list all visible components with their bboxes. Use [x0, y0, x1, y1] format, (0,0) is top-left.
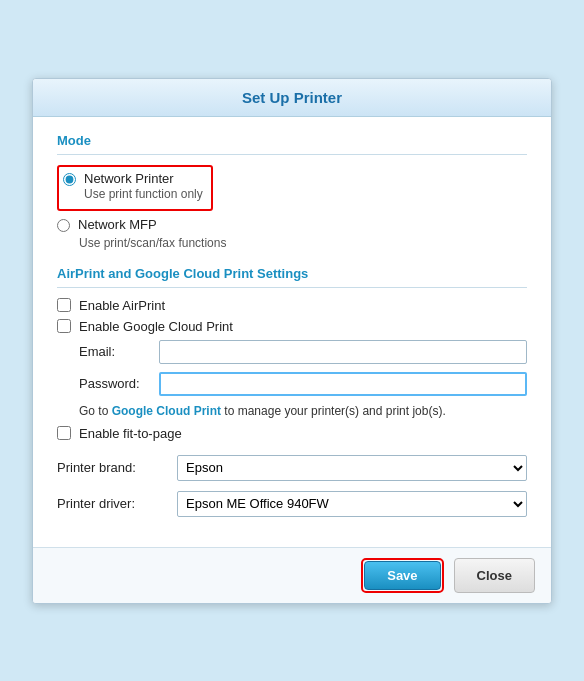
printer-driver-label: Printer driver:: [57, 496, 177, 511]
setup-printer-dialog: Set Up Printer Mode Network Printer Use …: [32, 78, 552, 604]
dialog-body: Mode Network Printer Use print function …: [33, 117, 551, 547]
enable-airprint-row[interactable]: Enable AirPrint: [57, 298, 527, 313]
enable-google-cloud-print-row[interactable]: Enable Google Cloud Print: [57, 319, 527, 334]
cloud-print-note: Go to Google Cloud Print to manage your …: [57, 404, 527, 418]
network-printer-option-box: Network Printer Use print function only: [57, 165, 213, 211]
email-input[interactable]: [159, 340, 527, 364]
enable-fit-to-page-label: Enable fit-to-page: [79, 426, 182, 441]
printer-brand-label: Printer brand:: [57, 460, 177, 475]
mode-divider: [57, 154, 527, 155]
network-printer-sublabel: Use print function only: [84, 187, 203, 201]
save-button-wrapper: Save: [361, 558, 443, 593]
printer-brand-row: Printer brand: Epson HP Canon Brother: [57, 455, 527, 481]
enable-google-cloud-print-checkbox[interactable]: [57, 319, 71, 333]
enable-airprint-checkbox[interactable]: [57, 298, 71, 312]
printer-settings-section: Printer brand: Epson HP Canon Brother Pr…: [57, 455, 527, 517]
enable-fit-to-page-row[interactable]: Enable fit-to-page: [57, 426, 527, 441]
email-row: Email:: [57, 340, 527, 364]
google-cloud-print-link[interactable]: Google Cloud Print: [112, 404, 221, 418]
network-mfp-label: Network MFP: [78, 217, 157, 232]
enable-google-cloud-print-label: Enable Google Cloud Print: [79, 319, 233, 334]
dialog-title: Set Up Printer: [33, 79, 551, 117]
printer-brand-select[interactable]: Epson HP Canon Brother: [177, 455, 527, 481]
mode-section: Mode Network Printer Use print function …: [57, 133, 527, 250]
mode-section-title: Mode: [57, 133, 527, 148]
airprint-divider: [57, 287, 527, 288]
network-mfp-option[interactable]: Network MFP: [57, 217, 527, 232]
save-button[interactable]: Save: [364, 561, 440, 590]
email-label: Email:: [79, 344, 159, 359]
network-mfp-radio[interactable]: [57, 219, 70, 232]
network-mfp-sublabel: Use print/scan/fax functions: [57, 236, 527, 250]
enable-airprint-label: Enable AirPrint: [79, 298, 165, 313]
network-printer-label: Network Printer: [84, 171, 203, 186]
network-printer-radio[interactable]: [63, 173, 76, 186]
note-suffix: to manage your printer(s) and print job(…: [221, 404, 446, 418]
close-button[interactable]: Close: [454, 558, 535, 593]
printer-driver-select[interactable]: Epson ME Office 940FW Epson ME Office 96…: [177, 491, 527, 517]
airprint-section: AirPrint and Google Cloud Print Settings…: [57, 266, 527, 441]
note-prefix: Go to: [79, 404, 112, 418]
airprint-section-title: AirPrint and Google Cloud Print Settings: [57, 266, 527, 281]
network-printer-option[interactable]: Network Printer Use print function only: [63, 171, 203, 201]
dialog-footer: Save Close: [33, 547, 551, 603]
password-row: Password:: [57, 372, 527, 396]
printer-driver-row: Printer driver: Epson ME Office 940FW Ep…: [57, 491, 527, 517]
password-input[interactable]: [159, 372, 527, 396]
network-printer-label-group: Network Printer Use print function only: [84, 171, 203, 201]
enable-fit-to-page-checkbox[interactable]: [57, 426, 71, 440]
password-label: Password:: [79, 376, 159, 391]
